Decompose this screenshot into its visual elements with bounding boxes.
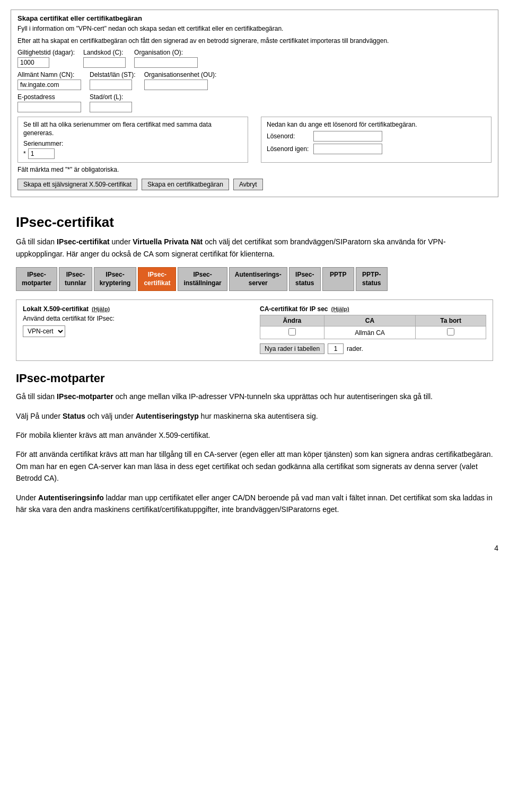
col-header-andra: Ändra — [260, 315, 324, 326]
new-rows-button[interactable]: Nya rader i tabellen — [260, 343, 324, 354]
page-number: 4 — [0, 544, 498, 558]
ipsec-cert-text: Gå till sidan IPsec-certifikat under Vir… — [16, 236, 493, 260]
rader-label: rader. — [347, 345, 363, 352]
ca-cert-col: CA-certifikat för IP sec (Hjälp) Ändra C… — [260, 305, 486, 354]
allmant-namn-input[interactable] — [17, 80, 81, 90]
main-content: IPsec-certifikat Gå till sidan IPsec-cer… — [0, 207, 509, 533]
cert-dropdown-row: VPN-cert — [23, 325, 249, 337]
local-cert-title-text: Lokalt X.509-certifikat — [23, 305, 89, 313]
landskod-group: Landskod (C): — [83, 49, 126, 68]
create-self-signed-button[interactable]: Skapa ett självsignerat X.509-certifikat — [17, 179, 137, 190]
org-enhet-label: Organisationsenhet (OU): — [144, 71, 217, 78]
landskod-input[interactable] — [83, 57, 126, 68]
cert-table-inner: Lokalt X.509-certifikat (Hjälp) Använd d… — [23, 305, 486, 354]
serial-section-text: Se till att ha olika serienummer om fler… — [23, 120, 242, 138]
stad-input[interactable] — [90, 102, 132, 112]
organisation-label: Organisation (O): — [134, 49, 198, 56]
create-request-button[interactable]: Skapa en certifikatbegäran — [142, 179, 229, 190]
password-section-text: Nedan kan du ange ett lösenord för certi… — [267, 120, 486, 129]
autentiseringstyp-bold: Autentiseringstyp — [136, 412, 199, 420]
ipsec-cert-heading: IPsec-certifikat — [16, 214, 493, 231]
delstat-label: Delstat/län (ST): — [90, 71, 136, 78]
cert-form-desc2: Efter att ha skapat en certifikatbegäran… — [17, 37, 492, 46]
tab-ipsec-kryptering[interactable]: IPsec- kryptering — [94, 267, 137, 291]
local-cert-col: Lokalt X.509-certifikat (Hjälp) Använd d… — [23, 305, 249, 354]
ipsec-motparter-link: IPsec-motparter — [57, 392, 113, 401]
andra-checkbox-cell — [260, 326, 324, 339]
ipsec-motparter-text4: För att använda certifikat krävs att man… — [16, 448, 493, 484]
ta-bort-checkbox-cell — [416, 326, 486, 339]
tab-pptp[interactable]: PPTP — [322, 267, 354, 291]
ipsec-motparter-heading: IPsec-motparter — [16, 372, 493, 385]
password-input[interactable] — [313, 131, 382, 142]
giltighetstid-label: Giltighetstid (dagar): — [17, 49, 75, 56]
nav-tabs: IPsec- motparter IPsec- tunnlar IPsec- k… — [16, 267, 493, 291]
serial-label: Serienummer: — [23, 140, 242, 147]
serial-required: * — [23, 150, 26, 157]
delstat-group: Delstat/län (ST): — [90, 71, 136, 90]
landskod-label: Landskod (C): — [83, 49, 126, 56]
allmant-namn-label: Allmänt Namn (CN): — [17, 71, 81, 78]
giltighetstid-input[interactable] — [17, 57, 49, 68]
ca-value-cell: Allmän CA — [324, 326, 415, 339]
col-header-ta-bort: Ta bort — [416, 315, 486, 326]
form-row-1: Giltighetstid (dagar): Landskod (C): Org… — [17, 49, 492, 68]
ca-cert-title: CA-certifikat för IP sec (Hjälp) — [260, 305, 486, 313]
autentiseringsinfo-bold: Autentiseringsinfo — [38, 493, 104, 502]
ca-cert-help[interactable]: (Hjälp) — [331, 306, 349, 312]
local-cert-help[interactable]: (Hjälp) — [92, 306, 110, 312]
delstat-input[interactable] — [90, 80, 132, 90]
tab-pptp-status[interactable]: PPTP- status — [356, 267, 388, 291]
epost-label: E-postadress — [17, 93, 81, 101]
password-again-input[interactable] — [313, 144, 382, 154]
stad-group: Stad/ort (L): — [90, 93, 132, 112]
password-label: Lösenord: — [267, 133, 309, 140]
ipsec-motparter-text3: För mobila klienter krävs att man använd… — [16, 429, 493, 441]
new-rows-row: Nya rader i tabellen rader. — [260, 343, 486, 354]
form-divider: Se till att ha olika serienummer om fler… — [17, 117, 492, 163]
cert-use-label: Använd detta certifikat för IPsec: — [23, 315, 249, 322]
status-bold: Status — [63, 412, 85, 420]
org-enhet-input[interactable] — [144, 80, 208, 90]
cert-form-desc1: Fyll i information om "VPN-cert" nedan o… — [17, 24, 492, 33]
epost-group: E-postadress — [17, 93, 81, 112]
epost-input[interactable] — [17, 102, 81, 112]
org-enhet-group: Organisationsenhet (OU): — [144, 71, 217, 90]
cert-form-title: Skapa certifikat eller certifikatbegäran — [17, 14, 492, 22]
password-section: Nedan kan du ange ett lösenord för certi… — [261, 117, 492, 163]
form-buttons: Skapa ett självsignerat X.509-certifikat… — [17, 179, 492, 190]
password-again-label: Lösenord igen: — [267, 145, 309, 153]
password-again-row: Lösenord igen: — [267, 144, 486, 154]
stad-label: Stad/ort (L): — [90, 93, 132, 101]
serial-input[interactable] — [28, 148, 55, 159]
form-row-3: E-postadress Stad/ort (L): — [17, 93, 492, 112]
allmant-namn-group: Allmänt Namn (CN): — [17, 71, 81, 90]
table-row: Allmän CA — [260, 326, 486, 339]
cancel-button[interactable]: Avbryt — [233, 179, 263, 190]
ipsec-motparter-text5: Under Autentiseringsinfo laddar man upp … — [16, 492, 493, 516]
password-row: Lösenord: — [267, 131, 486, 142]
cert-dropdown[interactable]: VPN-cert — [23, 325, 65, 337]
ipsec-motparter-text1: Gå till sidan IPsec-motparter och ange m… — [16, 391, 493, 402]
giltighetstid-group: Giltighetstid (dagar): — [17, 49, 75, 68]
tab-ipsec-tunnlar[interactable]: IPsec- tunnlar — [59, 267, 92, 291]
ipsec-motparter-text2: Välj På under Status och välj under Aute… — [16, 410, 493, 422]
ca-cert-table: Ändra CA Ta bort Allmän CA — [260, 315, 486, 339]
cert-table-section: Lokalt X.509-certifikat (Hjälp) Använd d… — [16, 299, 493, 361]
tab-ipsec-status[interactable]: IPsec- status — [289, 267, 321, 291]
organisation-input[interactable] — [134, 57, 198, 68]
organisation-group: Organisation (O): — [134, 49, 198, 68]
ta-bort-checkbox[interactable] — [447, 328, 454, 336]
new-rows-input[interactable] — [328, 343, 344, 354]
col-header-ca: CA — [324, 315, 415, 326]
tab-ipsec-motparter[interactable]: IPsec- motparter — [16, 267, 57, 291]
tab-ipsec-certifikat[interactable]: IPsec- certifikat — [138, 267, 176, 291]
virtuella-privata-nat-bold: Virtuella Privata Nät — [133, 237, 203, 246]
tab-ipsec-installningar[interactable]: IPsec- inställningar — [178, 267, 227, 291]
mandatory-note: Fält märkta med "*" är obligatoriska. — [17, 166, 492, 173]
ca-cert-title-text: CA-certifikat för IP sec — [260, 305, 328, 313]
ipsec-cert-link-bold: IPsec-certifikat — [57, 237, 110, 246]
serial-section: Se till att ha olika serienummer om fler… — [17, 117, 248, 163]
andra-checkbox[interactable] — [288, 328, 296, 336]
tab-autentiserings-server[interactable]: Autentiserings- server — [229, 267, 287, 291]
